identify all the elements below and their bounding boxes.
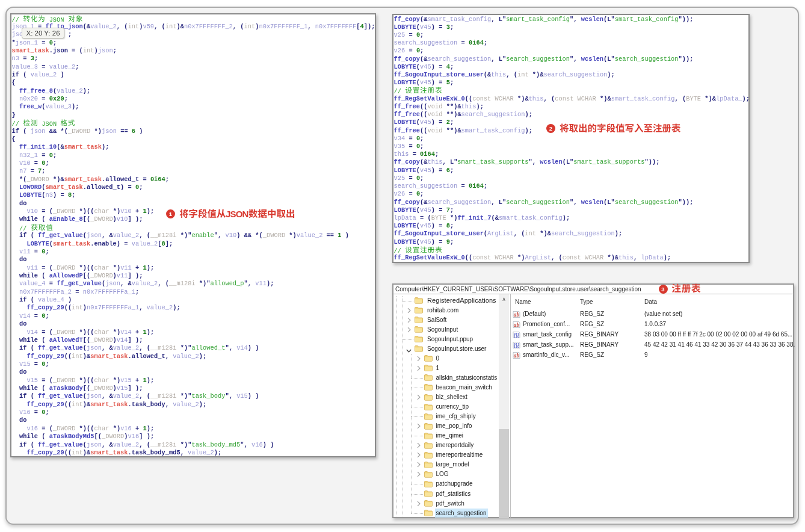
- svg-text:ab: ab: [514, 322, 520, 328]
- svg-text:110: 110: [514, 345, 519, 349]
- svg-text:ab: ab: [514, 312, 520, 318]
- svg-text:ab: ab: [514, 353, 520, 359]
- svg-text:110: 110: [514, 335, 519, 339]
